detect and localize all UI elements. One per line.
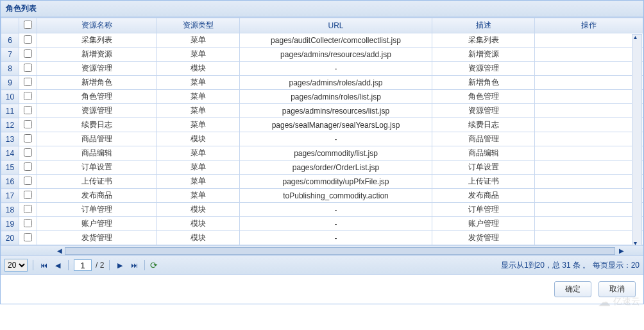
row-checkbox[interactable]	[24, 120, 32, 128]
row-number: 9	[1, 76, 19, 90]
row-checkbox[interactable]	[24, 78, 32, 86]
row-checkbox-cell[interactable]	[19, 146, 37, 161]
col-header-url[interactable]: URL	[240, 18, 432, 33]
hscroll-track[interactable]	[65, 247, 615, 255]
table-row[interactable]: 19账户管理模块-账户管理	[1, 217, 643, 231]
table-row[interactable]: 14商品编辑菜单pages/commodity/list.jsp商品编辑	[1, 146, 643, 161]
table-row[interactable]: 18订单管理模块-订单管理	[1, 203, 643, 217]
row-checkbox[interactable]	[24, 191, 32, 199]
row-checkbox[interactable]	[24, 49, 32, 58]
cell-url: pages/commodity/upPfxFile.jsp	[240, 175, 432, 189]
row-checkbox-cell[interactable]	[19, 132, 37, 146]
last-page-button[interactable]: ⏭	[129, 260, 139, 270]
next-page-button[interactable]: ▶	[115, 260, 125, 270]
table-row[interactable]: 7新增资源菜单pages/admins/resources/add.jsp新增资…	[1, 48, 643, 62]
row-checkbox[interactable]	[24, 64, 32, 72]
vertical-scrollbar[interactable]	[632, 34, 642, 246]
row-checkbox-cell[interactable]	[19, 118, 37, 132]
table-row[interactable]: 10角色管理菜单pages/admins/roles/list.jsp角色管理	[1, 90, 643, 104]
cell-type: 菜单	[157, 104, 240, 118]
cell-op	[535, 132, 643, 146]
row-checkbox-cell[interactable]	[19, 189, 37, 203]
first-page-button[interactable]: ⏮	[38, 260, 49, 270]
row-checkbox[interactable]	[24, 148, 32, 157]
row-checkbox-cell[interactable]	[19, 76, 37, 90]
table-row[interactable]: 16上传证书菜单pages/commodity/upPfxFile.jsp上传证…	[1, 175, 643, 189]
row-checkbox[interactable]	[24, 205, 32, 213]
row-checkbox-cell[interactable]	[19, 90, 37, 104]
cell-op	[535, 62, 643, 76]
cell-op	[535, 161, 643, 175]
table-row[interactable]: 9新增角色菜单pages/admins/roles/add.jsp新增角色	[1, 76, 643, 90]
page-size-select[interactable]: 20	[4, 259, 28, 272]
cell-desc: 新增资源	[432, 48, 535, 62]
refresh-icon[interactable]: ⟳	[150, 260, 158, 270]
prev-page-button[interactable]: ◀	[53, 260, 63, 270]
select-all-checkbox[interactable]	[24, 21, 32, 29]
cell-op	[535, 189, 643, 203]
grid: 资源名称 资源类型 URL 描述 操作 6采集列表菜单pages/auditCo…	[1, 17, 643, 245]
col-header-type[interactable]: 资源类型	[157, 18, 240, 33]
page-number-input[interactable]	[74, 259, 92, 271]
table-row[interactable]: 13商品管理模块-商品管理	[1, 132, 643, 146]
row-checkbox[interactable]	[24, 177, 32, 185]
table-row[interactable]: 17发布商品菜单toPublishing_commodity.action发布商…	[1, 189, 643, 203]
col-header-checkbox[interactable]	[19, 18, 37, 33]
cell-name: 订单管理	[37, 203, 157, 217]
row-checkbox[interactable]	[24, 219, 32, 227]
cell-desc: 角色管理	[432, 90, 535, 104]
row-checkbox-cell[interactable]	[19, 48, 37, 62]
table-row[interactable]: 20发货管理模块-发货管理	[1, 231, 643, 245]
cell-desc: 商品管理	[432, 132, 535, 146]
ok-button[interactable]: 确定	[554, 281, 591, 297]
cell-url: -	[240, 231, 432, 245]
row-checkbox[interactable]	[24, 134, 32, 143]
cell-type: 模块	[157, 62, 240, 76]
table-row[interactable]: 15订单设置菜单pages/order/OrderList.jsp订单设置	[1, 161, 643, 175]
row-checkbox-cell[interactable]	[19, 217, 37, 231]
cell-name: 订单设置	[37, 161, 157, 175]
row-number: 13	[1, 132, 19, 146]
cell-desc: 订单管理	[432, 203, 535, 217]
row-checkbox[interactable]	[24, 106, 32, 114]
cancel-button[interactable]: 取消	[598, 281, 636, 297]
cell-op	[535, 217, 643, 231]
cell-url: -	[240, 203, 432, 217]
cell-name: 账户管理	[37, 217, 157, 231]
cell-name: 发货管理	[37, 231, 157, 245]
row-checkbox-cell[interactable]	[19, 33, 37, 48]
row-checkbox-cell[interactable]	[19, 175, 37, 189]
row-checkbox[interactable]	[24, 162, 32, 171]
col-header-desc[interactable]: 描述	[432, 18, 535, 33]
row-number: 18	[1, 203, 19, 217]
row-checkbox-cell[interactable]	[19, 203, 37, 217]
row-checkbox-cell[interactable]	[19, 104, 37, 118]
cell-op	[535, 203, 643, 217]
table-row[interactable]: 11资源管理菜单pages/admins/resources/list.jsp资…	[1, 104, 643, 118]
cell-type: 菜单	[157, 33, 240, 48]
row-checkbox[interactable]	[24, 92, 32, 100]
total-pages-label: / 2	[96, 261, 104, 270]
hscroll-right-icon[interactable]: ▶	[619, 247, 624, 254]
cell-name: 新增资源	[37, 48, 157, 62]
hscroll-left-icon[interactable]: ◀	[57, 247, 62, 254]
horizontal-scrollbar[interactable]: ◀ ▶	[1, 245, 643, 256]
row-checkbox-cell[interactable]	[19, 62, 37, 76]
col-header-op[interactable]: 操作	[535, 18, 643, 33]
panel-title: 角色列表	[1, 1, 643, 17]
col-header-name[interactable]: 资源名称	[37, 18, 157, 33]
dialog-button-bar: 确定 取消 ☁ 亿速云	[1, 274, 643, 304]
cell-url: pages/admins/roles/add.jsp	[240, 76, 432, 90]
table-row[interactable]: 6采集列表菜单pages/auditCollecter/comcollectli…	[1, 33, 643, 48]
row-checkbox-cell[interactable]	[19, 231, 37, 245]
cell-type: 菜单	[157, 90, 240, 104]
cell-type: 模块	[157, 231, 240, 245]
cell-url: pages/admins/resources/add.jsp	[240, 48, 432, 62]
table-row[interactable]: 12续费日志菜单pages/sealManager/sealYearsLog.j…	[1, 118, 643, 132]
row-number: 11	[1, 104, 19, 118]
row-checkbox[interactable]	[24, 35, 32, 44]
row-checkbox-cell[interactable]	[19, 161, 37, 175]
separator	[144, 260, 145, 270]
table-row[interactable]: 8资源管理模块-资源管理	[1, 62, 643, 76]
row-checkbox[interactable]	[24, 233, 32, 241]
